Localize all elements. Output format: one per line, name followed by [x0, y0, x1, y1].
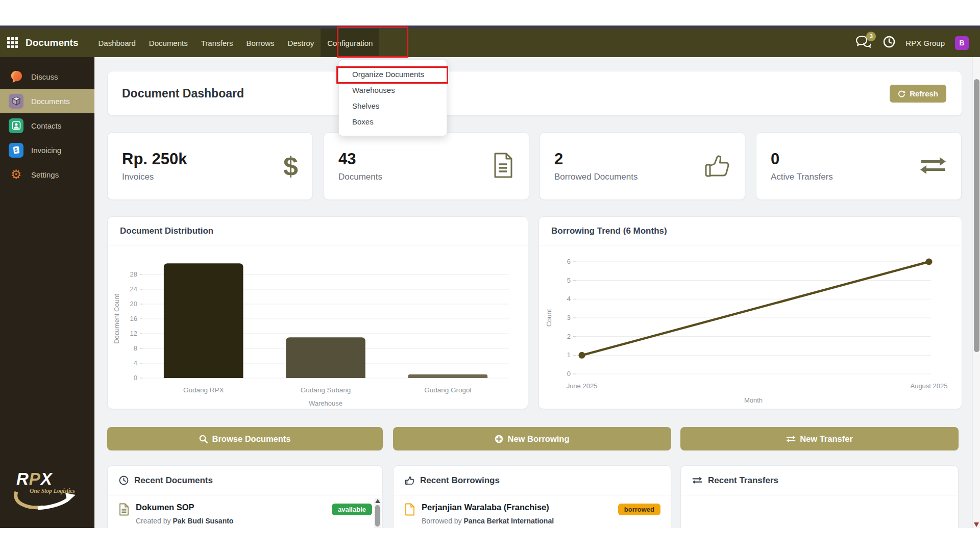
dollar-icon: $	[283, 153, 298, 180]
svg-text:Warehouse: Warehouse	[309, 399, 342, 407]
transfer-icon	[919, 155, 947, 178]
svg-text:16: 16	[130, 315, 137, 322]
svg-text:2: 2	[567, 333, 571, 340]
svg-text:0: 0	[134, 374, 137, 382]
app-title[interactable]: Documents	[26, 37, 78, 48]
sidebar-item-contacts[interactable]: Contacts	[0, 113, 94, 138]
svg-text:0: 0	[567, 370, 571, 378]
browse-documents-button[interactable]: Browse Documents	[107, 427, 383, 450]
svg-text:Document Count: Document Count	[113, 294, 120, 344]
contacts-icon	[9, 118, 23, 133]
status-badge-borrowed: borrowed	[618, 504, 660, 515]
sidebar-item-label: Invoicing	[31, 146, 61, 155]
sidebar-item-label: Settings	[31, 170, 59, 179]
dashboard-header-card: Document Dashboard Refresh	[107, 71, 962, 116]
refresh-button[interactable]: Refresh	[890, 85, 946, 103]
nav-item-transfers[interactable]: Transfers	[194, 29, 240, 57]
document-icon	[491, 152, 514, 181]
top-navbar: Documents Dashboard Documents Transfers …	[0, 29, 980, 57]
stat-label: Borrowed Documents	[554, 172, 638, 182]
svg-text:5: 5	[567, 277, 571, 284]
svg-text:28: 28	[130, 270, 137, 278]
activities-clock-icon[interactable]	[883, 36, 895, 50]
recent-documents-scrollbar[interactable]	[374, 497, 381, 528]
company-menu[interactable]: RPX Group	[905, 39, 945, 47]
recent-borrowing-row[interactable]: Perjanjian Waralaba (Franchise) Borrowed…	[394, 495, 671, 525]
clock-icon	[119, 475, 129, 485]
document-distribution-card: Document Distribution 0481216202428Gudan…	[107, 216, 528, 409]
new-borrowing-button[interactable]: New Borrowing	[393, 427, 671, 450]
scroll-down-arrow-icon[interactable]	[974, 522, 979, 527]
user-avatar[interactable]: B	[955, 36, 969, 50]
messages-count-badge: 3	[866, 32, 876, 41]
recent-transfers-title: Recent Transfers	[708, 475, 778, 486]
stat-label: Documents	[338, 172, 382, 182]
documents-cube-icon	[9, 94, 23, 109]
sidebar-item-settings[interactable]: ⚙ Settings	[0, 162, 94, 187]
svg-text:8: 8	[134, 344, 137, 352]
refresh-icon	[898, 90, 905, 97]
scrollbar-thumb[interactable]	[375, 505, 380, 527]
sidebar-item-label: Discuss	[31, 72, 58, 81]
recent-documents-card: Recent Documents Dokumen SOP Created by …	[107, 465, 383, 528]
svg-text:June 2025: June 2025	[567, 382, 598, 390]
stat-card-invoices: Rp. 250k Invoices $	[107, 132, 313, 200]
recent-borrowings-card: Recent Borrowings Perjanjian Waralaba (F…	[393, 465, 671, 528]
stat-card-documents: 43 Documents	[324, 132, 529, 200]
transfer-icon	[692, 477, 702, 484]
stat-value: 2	[554, 150, 638, 168]
borrowing-subtitle: Borrowed by Panca Berkat International	[422, 517, 611, 525]
svg-text:Count: Count	[545, 309, 553, 327]
stat-label: Active Transfers	[771, 172, 833, 182]
rpx-logo: RPX One Stop Logistics	[7, 466, 84, 517]
transfer-icon	[786, 435, 796, 443]
svg-text:3: 3	[567, 314, 571, 321]
app-sidebar: Discuss Documents Contacts $	[0, 57, 94, 528]
nav-item-dashboard[interactable]: Dashboard	[91, 29, 142, 57]
svg-text:Month: Month	[744, 396, 763, 404]
settings-gear-icon: ⚙	[9, 167, 23, 182]
svg-text:12: 12	[130, 330, 137, 337]
svg-text:1: 1	[567, 351, 571, 359]
chart-title: Document Distribution	[120, 226, 213, 236]
sidebar-item-documents[interactable]: Documents	[0, 89, 94, 113]
configuration-dropdown: Organize Documents Warehouses Shelves Bo…	[338, 60, 447, 136]
nav-item-destroy[interactable]: Destroy	[281, 29, 321, 57]
menu-item-shelves[interactable]: Shelves	[339, 98, 447, 114]
sidebar-item-label: Contacts	[31, 121, 61, 130]
borrowing-name: Perjanjian Waralaba (Franchise)	[422, 503, 611, 512]
recent-document-row[interactable]: Dokumen SOP Created by Pak Budi Susanto …	[108, 495, 382, 525]
menu-item-boxes[interactable]: Boxes	[339, 114, 447, 130]
messages-icon[interactable]: 3	[855, 35, 873, 51]
recent-borrowings-title: Recent Borrowings	[420, 475, 500, 486]
svg-text:4: 4	[134, 359, 137, 367]
file-icon	[405, 503, 415, 516]
page-scrollbar-thumb[interactable]	[974, 79, 979, 352]
sidebar-item-discuss[interactable]: Discuss	[0, 64, 94, 89]
svg-text:4: 4	[567, 295, 571, 303]
page-scrollbar[interactable]	[972, 57, 980, 528]
scroll-up-arrow-icon[interactable]	[375, 499, 380, 503]
status-badge-available: available	[332, 504, 372, 515]
thumbs-up-icon	[704, 153, 730, 180]
stat-label: Invoices	[122, 172, 187, 182]
svg-text:Gudang Grogol: Gudang Grogol	[424, 386, 471, 394]
svg-text:Gudang Subang: Gudang Subang	[301, 386, 351, 394]
new-transfer-button[interactable]: New Transfer	[680, 427, 959, 450]
nav-item-documents[interactable]: Documents	[142, 29, 194, 57]
sidebar-item-invoicing[interactable]: $ Invoicing	[0, 138, 94, 162]
apps-grid-icon[interactable]	[0, 29, 26, 57]
svg-text:20: 20	[130, 300, 137, 308]
menu-item-warehouses[interactable]: Warehouses	[339, 82, 447, 98]
nav-item-configuration[interactable]: Configuration	[321, 29, 379, 57]
thumbs-up-icon	[405, 475, 414, 485]
svg-text:6: 6	[567, 258, 571, 265]
menu-item-organize-documents[interactable]: Organize Documents	[339, 66, 447, 82]
stat-value: Rp. 250k	[122, 150, 187, 168]
svg-text:RPX: RPX	[16, 469, 53, 488]
document-name: Dokumen SOP	[136, 503, 325, 512]
page-title: Document Dashboard	[122, 87, 244, 101]
nav-item-borrows[interactable]: Borrows	[240, 29, 281, 57]
file-icon	[119, 503, 129, 516]
stat-card-transfers: 0 Active Transfers	[756, 132, 962, 200]
